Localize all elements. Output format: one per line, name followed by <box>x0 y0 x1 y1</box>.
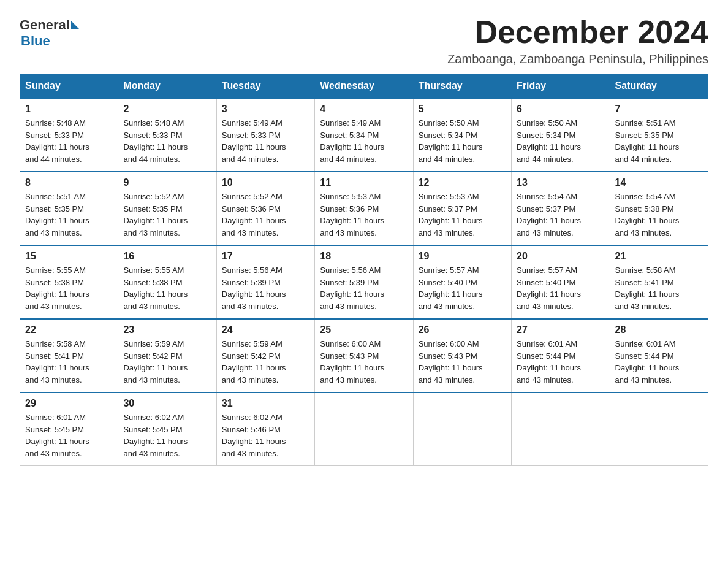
calendar-cell: 10 Sunrise: 5:52 AMSunset: 5:36 PMDaylig… <box>216 172 314 245</box>
day-info: Sunrise: 6:01 AMSunset: 5:44 PMDaylight:… <box>615 338 703 386</box>
calendar-week-row: 29 Sunrise: 6:01 AMSunset: 5:45 PMDaylig… <box>20 393 708 466</box>
day-number: 14 <box>615 177 703 188</box>
calendar-cell: 11 Sunrise: 5:53 AMSunset: 5:36 PMDaylig… <box>315 172 413 245</box>
logo-bottom-row: Blue <box>20 33 79 49</box>
day-info: Sunrise: 6:01 AMSunset: 5:45 PMDaylight:… <box>25 412 113 459</box>
day-info: Sunrise: 5:48 AMSunset: 5:33 PMDaylight:… <box>123 117 211 165</box>
calendar-cell: 4 Sunrise: 5:49 AMSunset: 5:34 PMDayligh… <box>315 98 413 172</box>
calendar-cell: 27 Sunrise: 6:01 AMSunset: 5:44 PMDaylig… <box>512 319 610 393</box>
day-info: Sunrise: 5:56 AMSunset: 5:39 PMDaylight:… <box>222 264 309 312</box>
day-info: Sunrise: 5:58 AMSunset: 5:41 PMDaylight:… <box>25 338 113 386</box>
calendar-cell: 20 Sunrise: 5:57 AMSunset: 5:40 PMDaylig… <box>512 245 610 319</box>
calendar-cell: 30 Sunrise: 6:02 AMSunset: 5:45 PMDaylig… <box>118 393 216 466</box>
day-number: 21 <box>615 251 703 262</box>
page-header: General Blue December 2024 Zamboanga, Za… <box>20 15 708 66</box>
day-number: 15 <box>25 251 113 262</box>
col-monday: Monday <box>118 74 216 99</box>
day-info: Sunrise: 6:02 AMSunset: 5:45 PMDaylight:… <box>123 412 211 459</box>
col-thursday: Thursday <box>413 74 511 99</box>
day-info: Sunrise: 6:01 AMSunset: 5:44 PMDaylight:… <box>517 338 604 386</box>
day-number: 8 <box>25 177 113 188</box>
day-info: Sunrise: 6:00 AMSunset: 5:43 PMDaylight:… <box>419 338 506 386</box>
day-info: Sunrise: 5:52 AMSunset: 5:36 PMDaylight:… <box>222 191 309 239</box>
calendar-cell: 26 Sunrise: 6:00 AMSunset: 5:43 PMDaylig… <box>413 319 511 393</box>
day-number: 31 <box>222 398 309 409</box>
day-number: 7 <box>615 104 703 115</box>
day-number: 26 <box>419 324 506 335</box>
logo-blue-text: Blue <box>21 33 50 49</box>
day-info: Sunrise: 5:51 AMSunset: 5:35 PMDaylight:… <box>615 117 703 165</box>
calendar-cell: 6 Sunrise: 5:50 AMSunset: 5:34 PMDayligh… <box>512 98 610 172</box>
day-info: Sunrise: 5:57 AMSunset: 5:40 PMDaylight:… <box>517 264 604 312</box>
day-info: Sunrise: 5:51 AMSunset: 5:35 PMDaylight:… <box>25 191 113 239</box>
day-info: Sunrise: 5:49 AMSunset: 5:34 PMDaylight:… <box>320 117 408 165</box>
day-number: 23 <box>123 324 211 335</box>
calendar-cell: 1 Sunrise: 5:48 AMSunset: 5:33 PMDayligh… <box>20 98 118 172</box>
day-info: Sunrise: 5:59 AMSunset: 5:42 PMDaylight:… <box>123 338 211 386</box>
day-number: 5 <box>419 104 506 115</box>
calendar-cell: 7 Sunrise: 5:51 AMSunset: 5:35 PMDayligh… <box>610 98 708 172</box>
day-number: 3 <box>222 104 309 115</box>
day-info: Sunrise: 5:58 AMSunset: 5:41 PMDaylight:… <box>615 264 703 312</box>
day-info: Sunrise: 5:54 AMSunset: 5:38 PMDaylight:… <box>615 191 703 239</box>
day-number: 30 <box>123 398 211 409</box>
day-number: 18 <box>320 251 408 262</box>
calendar-cell <box>512 393 610 466</box>
calendar-cell: 28 Sunrise: 6:01 AMSunset: 5:44 PMDaylig… <box>610 319 708 393</box>
calendar-cell: 22 Sunrise: 5:58 AMSunset: 5:41 PMDaylig… <box>20 319 118 393</box>
calendar-cell <box>413 393 511 466</box>
col-friday: Friday <box>512 74 610 99</box>
logo: General Blue <box>20 15 79 49</box>
calendar-cell: 21 Sunrise: 5:58 AMSunset: 5:41 PMDaylig… <box>610 245 708 319</box>
calendar-cell: 13 Sunrise: 5:54 AMSunset: 5:37 PMDaylig… <box>512 172 610 245</box>
calendar-week-row: 8 Sunrise: 5:51 AMSunset: 5:35 PMDayligh… <box>20 172 708 245</box>
calendar-cell: 23 Sunrise: 5:59 AMSunset: 5:42 PMDaylig… <box>118 319 216 393</box>
day-number: 13 <box>517 177 604 188</box>
day-number: 6 <box>517 104 604 115</box>
day-info: Sunrise: 5:48 AMSunset: 5:33 PMDaylight:… <box>25 117 113 165</box>
day-info: Sunrise: 6:02 AMSunset: 5:46 PMDaylight:… <box>222 412 309 459</box>
day-info: Sunrise: 5:50 AMSunset: 5:34 PMDaylight:… <box>419 117 506 165</box>
calendar-cell: 29 Sunrise: 6:01 AMSunset: 5:45 PMDaylig… <box>20 393 118 466</box>
day-number: 12 <box>419 177 506 188</box>
day-info: Sunrise: 5:50 AMSunset: 5:34 PMDaylight:… <box>517 117 604 165</box>
day-number: 9 <box>123 177 211 188</box>
col-sunday: Sunday <box>20 74 118 99</box>
logo-general-text: General <box>20 17 70 33</box>
calendar-cell: 8 Sunrise: 5:51 AMSunset: 5:35 PMDayligh… <box>20 172 118 245</box>
day-number: 27 <box>517 324 604 335</box>
day-number: 25 <box>320 324 408 335</box>
month-title: December 2024 <box>447 15 708 50</box>
day-info: Sunrise: 5:57 AMSunset: 5:40 PMDaylight:… <box>419 264 506 312</box>
calendar-week-row: 15 Sunrise: 5:55 AMSunset: 5:38 PMDaylig… <box>20 245 708 319</box>
calendar-cell: 12 Sunrise: 5:53 AMSunset: 5:37 PMDaylig… <box>413 172 511 245</box>
day-info: Sunrise: 5:53 AMSunset: 5:36 PMDaylight:… <box>320 191 408 239</box>
day-info: Sunrise: 5:52 AMSunset: 5:35 PMDaylight:… <box>123 191 211 239</box>
day-number: 2 <box>123 104 211 115</box>
day-info: Sunrise: 5:49 AMSunset: 5:33 PMDaylight:… <box>222 117 309 165</box>
logo-top-row: General <box>20 17 79 33</box>
calendar-cell: 14 Sunrise: 5:54 AMSunset: 5:38 PMDaylig… <box>610 172 708 245</box>
day-info: Sunrise: 5:59 AMSunset: 5:42 PMDaylight:… <box>222 338 309 386</box>
calendar-cell: 3 Sunrise: 5:49 AMSunset: 5:33 PMDayligh… <box>216 98 314 172</box>
day-number: 4 <box>320 104 408 115</box>
day-info: Sunrise: 5:54 AMSunset: 5:37 PMDaylight:… <box>517 191 604 239</box>
day-info: Sunrise: 5:55 AMSunset: 5:38 PMDaylight:… <box>123 264 211 312</box>
calendar-cell: 31 Sunrise: 6:02 AMSunset: 5:46 PMDaylig… <box>216 393 314 466</box>
day-number: 17 <box>222 251 309 262</box>
calendar-cell: 19 Sunrise: 5:57 AMSunset: 5:40 PMDaylig… <box>413 245 511 319</box>
calendar-week-row: 1 Sunrise: 5:48 AMSunset: 5:33 PMDayligh… <box>20 98 708 172</box>
day-info: Sunrise: 5:53 AMSunset: 5:37 PMDaylight:… <box>419 191 506 239</box>
calendar-cell: 9 Sunrise: 5:52 AMSunset: 5:35 PMDayligh… <box>118 172 216 245</box>
col-wednesday: Wednesday <box>315 74 413 99</box>
day-number: 19 <box>419 251 506 262</box>
day-number: 11 <box>320 177 408 188</box>
calendar-week-row: 22 Sunrise: 5:58 AMSunset: 5:41 PMDaylig… <box>20 319 708 393</box>
day-number: 10 <box>222 177 309 188</box>
calendar-cell: 24 Sunrise: 5:59 AMSunset: 5:42 PMDaylig… <box>216 319 314 393</box>
day-info: Sunrise: 6:00 AMSunset: 5:43 PMDaylight:… <box>320 338 408 386</box>
calendar-cell: 16 Sunrise: 5:55 AMSunset: 5:38 PMDaylig… <box>118 245 216 319</box>
day-number: 24 <box>222 324 309 335</box>
calendar-cell: 2 Sunrise: 5:48 AMSunset: 5:33 PMDayligh… <box>118 98 216 172</box>
day-number: 29 <box>25 398 113 409</box>
